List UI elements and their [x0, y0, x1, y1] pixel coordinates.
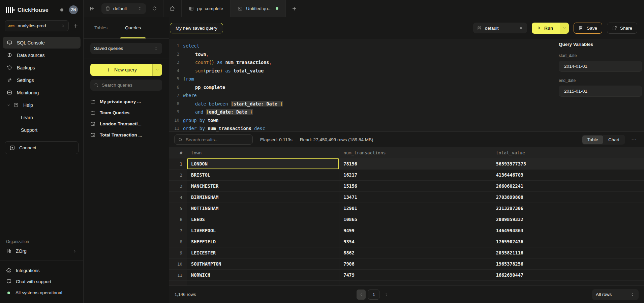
page-number[interactable]: 1 — [368, 290, 379, 300]
run-button[interactable]: Run — [532, 23, 560, 34]
sidebar-item-settings[interactable]: Settings — [3, 74, 81, 86]
start-date-input[interactable] — [559, 61, 642, 72]
query-tab[interactable]: My new saved query — [170, 23, 223, 33]
editor-database-select[interactable]: default — [473, 23, 527, 33]
save-button[interactable]: Save — [574, 23, 602, 34]
cell-num-transactions[interactable]: 8862 — [339, 247, 492, 258]
notification-dot-icon[interactable] — [60, 8, 63, 11]
sidebar-item-support[interactable]: Support — [3, 124, 81, 136]
kebab-menu-button[interactable]: ⋯ — [629, 137, 639, 143]
column-header-num-transactions[interactable]: num_transactions — [339, 147, 492, 158]
refresh-button[interactable] — [146, 6, 163, 11]
cell-town[interactable]: BRISTOL — [187, 170, 339, 180]
cell-num-transactions[interactable]: 10865 — [339, 214, 492, 225]
table-header-row: #townnum_transactionstotal_value — [169, 147, 644, 158]
saved-query-item[interactable]: Team Queries — [90, 107, 162, 118]
cell-num-transactions[interactable]: 9354 — [339, 236, 492, 247]
search-results-input[interactable] — [186, 137, 249, 142]
saved-query-item[interactable]: Total Transaction ... — [90, 129, 162, 141]
brand-name: ClickHouse — [18, 7, 49, 13]
service-selector[interactable]: aws analytics-prod — [5, 20, 69, 31]
cell-num-transactions[interactable]: 12981 — [339, 203, 492, 214]
cell-town[interactable]: LEEDS — [187, 214, 339, 225]
sidebar-item-monitoring[interactable]: Monitoring — [3, 87, 81, 98]
sidebar-item-data-sources[interactable]: Data sources — [3, 49, 81, 61]
cell-total-value[interactable]: 56593977373 — [492, 158, 644, 169]
view-toggle-table[interactable]: Table — [582, 135, 603, 144]
new-query-options-button[interactable] — [152, 64, 162, 76]
next-page-button[interactable] — [382, 290, 391, 300]
new-tab-button[interactable] — [286, 6, 303, 11]
cell-town[interactable]: SOUTHAMPTON — [187, 259, 339, 269]
cell-town[interactable]: NORWICH — [187, 270, 339, 280]
panel-tab-tables[interactable]: Tables — [94, 17, 108, 38]
column-header-index[interactable]: # — [169, 147, 187, 158]
data-sources-icon — [7, 52, 12, 58]
collapse-sidebar-button[interactable] — [84, 6, 101, 11]
cell-total-value[interactable]: 1965378256 — [492, 259, 644, 269]
share-button[interactable]: Share — [607, 23, 637, 34]
cell-num-transactions[interactable]: 78156 — [339, 158, 492, 169]
saved-query-item[interactable]: London Transacti... — [90, 118, 162, 129]
sql-editor[interactable]: 1select2town,3count() as num_transaction… — [169, 39, 555, 131]
sidebar-item-help[interactable]: Help — [3, 99, 81, 111]
cell-total-value[interactable]: 2703899808 — [492, 192, 644, 203]
cell-total-value[interactable]: 1765902436 — [492, 236, 644, 247]
row-index: 1 — [169, 158, 187, 169]
cell-town[interactable]: NOTTINGHAM — [187, 203, 339, 214]
view-toggle: TableChart — [582, 135, 625, 145]
cell-total-value[interactable]: 2660602241 — [492, 181, 644, 191]
cell-total-value[interactable]: 2089859332 — [492, 214, 644, 225]
cell-total-value[interactable]: 4136446703 — [492, 170, 644, 180]
cell-total-value[interactable]: 1662690447 — [492, 270, 644, 280]
cell-num-transactions[interactable]: 16217 — [339, 170, 492, 180]
organization-item[interactable]: ZOrg — [6, 248, 77, 259]
cell-num-transactions[interactable]: 7908 — [339, 259, 492, 269]
run-options-button[interactable] — [560, 23, 569, 34]
cell-town[interactable]: LEICESTER — [187, 247, 339, 258]
saved-query-label: London Transacti... — [100, 121, 142, 126]
cell-num-transactions[interactable]: 13471 — [339, 192, 492, 203]
connect-button[interactable]: Connect — [5, 141, 79, 154]
cell-town[interactable]: LIVERPOOL — [187, 225, 339, 236]
cell-total-value[interactable]: 2313297306 — [492, 203, 644, 214]
cell-town[interactable]: SHEFFIELD — [187, 236, 339, 247]
table-row: 5NOTTINGHAM129812313297306 — [169, 203, 644, 214]
cell-num-transactions[interactable]: 7479 — [339, 270, 492, 280]
table-row: 6LEEDS108652089859332 — [169, 214, 644, 225]
add-service-button[interactable] — [73, 23, 79, 29]
avatar[interactable]: ZN — [69, 5, 78, 14]
cell-town[interactable]: LONDON — [187, 158, 339, 169]
cell-num-transactions[interactable]: 9499 — [339, 225, 492, 236]
cell-num-transactions[interactable]: 15156 — [339, 181, 492, 191]
line-number: 1 — [169, 42, 179, 50]
table-icon — [189, 6, 194, 11]
cell-town[interactable]: BIRMINGHAM — [187, 192, 339, 203]
column-header-town[interactable]: town — [187, 147, 339, 158]
saved-queries-select[interactable]: Saved queries — [90, 43, 162, 54]
new-query-button[interactable]: New query — [90, 64, 152, 76]
topbar-tab-pp-complete[interactable]: pp_complete — [182, 0, 230, 17]
topbar-tab-untitled-qu[interactable]: Untitled qu... — [231, 0, 285, 17]
row-index: 8 — [169, 236, 187, 247]
sidebar-footer-item-all-systems-operational[interactable]: All systems operational — [6, 288, 77, 298]
search-queries-input[interactable] — [102, 83, 159, 88]
cell-total-value[interactable]: 1464994863 — [492, 225, 644, 236]
home-button[interactable] — [163, 5, 181, 12]
sidebar-item-learn[interactable]: Learn — [3, 112, 81, 123]
cell-total-value[interactable]: 2035821116 — [492, 247, 644, 258]
panel-tab-queries[interactable]: Queries — [125, 17, 141, 38]
sidebar-footer-item-integrations[interactable]: Integrations — [6, 266, 77, 275]
sidebar-item-backups[interactable]: Backups — [3, 62, 81, 73]
view-toggle-chart[interactable]: Chart — [603, 135, 624, 144]
column-header-total-value[interactable]: total_value — [492, 147, 644, 158]
sidebar-item-sql-console[interactable]: SQL Console — [3, 37, 81, 49]
line-code: from — [179, 75, 555, 83]
saved-query-item[interactable]: My private query ... — [90, 96, 162, 107]
page-size-select[interactable]: All rows — [592, 289, 639, 300]
sidebar-footer-item-chat-with-support[interactable]: Chat with support — [6, 277, 77, 286]
previous-page-button[interactable] — [357, 290, 366, 300]
cell-town[interactable]: MANCHESTER — [187, 181, 339, 191]
end-date-input[interactable] — [559, 86, 642, 97]
topbar-database-select[interactable]: default — [101, 3, 146, 14]
